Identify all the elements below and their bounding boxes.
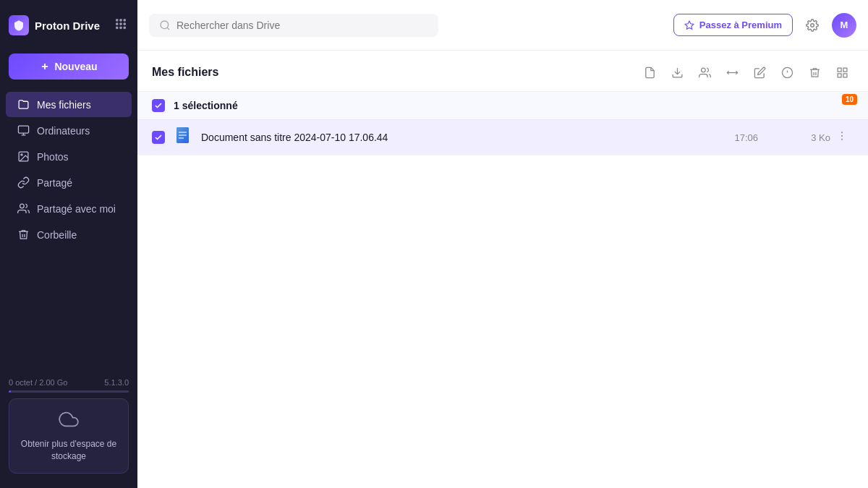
file-name: Document sans titre 2024-07-10 17.06.44 [201, 132, 664, 143]
premium-icon [684, 20, 694, 30]
search-input[interactable] [176, 20, 428, 31]
selection-label: 1 sélectionné [174, 100, 238, 111]
upgrade-text: Obtenir plus d'espace de stockage [18, 438, 119, 463]
sidebar-item-photos[interactable]: Photos [6, 144, 132, 169]
storage-labels: 0 octet / 2.00 Go 5.1.3.0 [9, 378, 129, 387]
file-type-icon [174, 127, 194, 147]
file-header: Mes fichiers [137, 51, 868, 92]
search-icon [159, 20, 171, 31]
file-checkbox[interactable] [152, 131, 165, 144]
svg-point-8 [124, 27, 125, 28]
selection-bar: 1 sélectionné [137, 92, 868, 120]
topbar: Passez à Premium M [137, 0, 868, 51]
table-row[interactable]: Document sans titre 2024-07-10 17.06.44 … [137, 120, 868, 155]
svg-point-20 [811, 23, 814, 27]
svg-point-17 [161, 21, 169, 29]
svg-rect-27 [838, 68, 841, 72]
svg-point-22 [701, 68, 705, 72]
svg-rect-29 [838, 73, 841, 77]
svg-line-18 [167, 27, 169, 30]
main-content: Passez à Premium M Mes fichiers [137, 0, 868, 488]
toolbar-download-button[interactable] [665, 61, 689, 84]
sidebar-item-partage[interactable]: Partagé [6, 170, 132, 195]
toolbar-delete-button[interactable] [803, 61, 826, 84]
sidebar: Proton Drive Nouveau [0, 0, 137, 488]
file-more-options[interactable] [830, 130, 854, 145]
svg-point-1 [120, 19, 122, 20]
svg-point-38 [841, 138, 843, 140]
upgrade-box[interactable]: Obtenir plus d'espace de stockage [9, 398, 129, 474]
svg-rect-30 [843, 73, 846, 77]
file-size: 3 Ko [758, 132, 830, 143]
svg-point-7 [120, 27, 122, 28]
premium-button[interactable]: Passez à Premium [673, 14, 793, 36]
menu-icon[interactable] [114, 17, 127, 34]
toolbar-new-file-button[interactable] [638, 61, 661, 84]
toolbar-share-button[interactable] [693, 61, 716, 84]
svg-point-36 [841, 132, 843, 133]
svg-rect-28 [843, 68, 846, 72]
svg-point-3 [116, 22, 118, 24]
svg-point-5 [124, 22, 125, 24]
svg-point-37 [841, 135, 843, 137]
svg-marker-19 [685, 21, 694, 29]
app-version: 5.1.3.0 [104, 378, 129, 387]
storage-section: 0 octet / 2.00 Go 5.1.3.0 Obtenir plus d… [0, 372, 137, 488]
storage-bar-fill [9, 390, 11, 393]
toolbar-move-button[interactable] [720, 61, 744, 84]
toolbar-info-button[interactable] [775, 61, 799, 84]
logo-icon [9, 15, 29, 35]
cloud-icon [18, 409, 119, 434]
svg-point-6 [116, 27, 118, 28]
toolbar-grid-view-button[interactable] [830, 61, 854, 84]
sidebar-item-mes-fichiers[interactable]: Mes fichiers [6, 92, 132, 117]
selection-all-checkbox[interactable] [152, 99, 165, 112]
notification-badge-1: 10 [842, 94, 857, 105]
svg-point-16 [20, 204, 25, 208]
section-title: Mes fichiers [152, 66, 638, 79]
svg-point-4 [120, 22, 122, 24]
file-time: 17:06 [664, 132, 758, 143]
new-button[interactable]: Nouveau [9, 53, 129, 80]
svg-point-0 [116, 19, 118, 20]
svg-point-2 [124, 19, 125, 20]
file-toolbar [638, 61, 854, 84]
svg-rect-11 [18, 126, 28, 133]
app-title: Proton Drive [35, 20, 100, 32]
settings-button[interactable] [800, 13, 825, 38]
logo-area: Proton Drive [9, 15, 100, 35]
avatar[interactable]: M [832, 13, 856, 38]
storage-bar [9, 390, 129, 393]
storage-used: 0 octet / 2.00 Go [9, 378, 67, 387]
sidebar-header: Proton Drive [0, 0, 137, 51]
search-box[interactable] [149, 14, 438, 37]
sidebar-item-ordinateurs[interactable]: Ordinateurs [6, 118, 132, 143]
file-area: Mes fichiers [137, 51, 868, 488]
storage-bar-container: 0 octet / 2.00 Go 5.1.3.0 [9, 378, 129, 393]
sidebar-item-corbeille[interactable]: Corbeille [6, 222, 132, 247]
sidebar-item-partage-avec-moi[interactable]: Partagé avec moi [6, 196, 132, 221]
more-options-button[interactable] [836, 130, 848, 145]
toolbar-rename-button[interactable] [748, 61, 771, 84]
svg-point-15 [21, 154, 22, 155]
topbar-right: Passez à Premium M [673, 13, 856, 38]
sidebar-nav: Mes fichiers Ordinateurs Photos [0, 88, 137, 372]
